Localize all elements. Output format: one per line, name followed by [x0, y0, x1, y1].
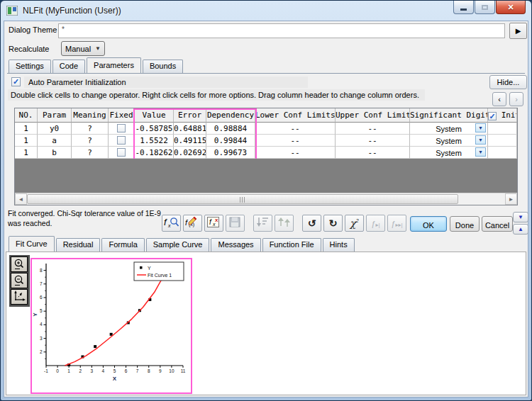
svg-text:6: 6: [125, 368, 128, 373]
tab-bounds[interactable]: Bounds: [143, 60, 183, 73]
param-cell[interactable]: 0.02692: [174, 147, 206, 159]
param-cell[interactable]: 0.49115: [174, 135, 206, 147]
tab-residual[interactable]: Residual: [56, 238, 101, 252]
dialog-theme-input[interactable]: *: [58, 23, 505, 38]
recalculate-dropdown[interactable]: Manual ▼: [61, 41, 105, 56]
hide-button[interactable]: Hide...: [489, 75, 527, 89]
sig-digits-value: System: [436, 149, 462, 157]
titlebar[interactable]: NLFit (MyFunction (User)) ✕: [1, 1, 531, 21]
tab-settings[interactable]: Settings: [9, 60, 51, 73]
auto-param-checkbox[interactable]: ✓: [11, 77, 21, 86]
initial-values-checkbox[interactable]: ✓: [488, 112, 497, 120]
undo-fit-button[interactable]: ↺: [323, 215, 343, 232]
param-cell[interactable]: b: [38, 147, 72, 159]
column-header-fixed[interactable]: Fixed: [109, 108, 135, 123]
new-function-button[interactable]: fxx: [204, 215, 223, 232]
fixed-checkbox[interactable]: [117, 148, 126, 157]
scroll-right-icon[interactable]: ►: [505, 193, 517, 205]
param-cell[interactable]: ?: [72, 123, 109, 135]
param-cell[interactable]: 0.98884: [206, 123, 255, 135]
param-cell[interactable]: --: [255, 135, 336, 147]
tab-hints[interactable]: Hints: [323, 238, 355, 252]
param-cell[interactable]: -0.58785: [135, 123, 174, 135]
tab-messages[interactable]: Messages: [211, 238, 260, 252]
param-cell[interactable]: 0.99673: [206, 147, 255, 159]
fixed-checkbox[interactable]: [117, 136, 126, 145]
fixed-checkbox-cell[interactable]: [109, 147, 135, 159]
param-cell[interactable]: 1.5522: [135, 135, 174, 147]
param-cell[interactable]: a: [38, 135, 72, 147]
param-cell[interactable]: ?: [72, 135, 109, 147]
fixed-checkbox-cell[interactable]: [109, 135, 135, 147]
roll-down-button[interactable]: ▼: [513, 212, 528, 222]
chi-sqr-icon: χ2: [350, 217, 358, 230]
close-button[interactable]: ✕: [496, 1, 526, 14]
column-header-lower-conf-limits[interactable]: Lower Conf Limits: [255, 108, 336, 123]
param-cell[interactable]: --: [336, 147, 410, 159]
column-header-param[interactable]: Param: [38, 108, 72, 123]
fit-until-converged-icon: ƒ▸▸|: [391, 217, 402, 230]
column-header-upper-conf-limits[interactable]: Upper Conf Limits: [336, 108, 410, 123]
param-cell[interactable]: --: [336, 123, 410, 135]
parameter-table-body: 1y0?-0.587850.648810.98884----System▼1a?…: [15, 123, 517, 159]
param-cell[interactable]: 1: [15, 135, 38, 147]
revert-parameters-button[interactable]: ↺: [302, 215, 321, 232]
done-button[interactable]: Done: [450, 216, 480, 232]
horizontal-scrollbar[interactable]: ◄ ►: [15, 193, 517, 205]
column-header-no-[interactable]: NO.: [15, 108, 38, 123]
significant-digits-cell[interactable]: System▼: [410, 135, 488, 147]
scroll-left-icon[interactable]: ◄: [15, 193, 27, 205]
prev-page-button[interactable]: ‹: [492, 92, 506, 106]
tab-parameters[interactable]: Parameters: [87, 57, 141, 73]
ok-button[interactable]: OK: [410, 216, 447, 232]
chevron-down-icon: ▼: [95, 45, 101, 52]
tab-code[interactable]: Code: [52, 60, 85, 73]
column-header-dependency[interactable]: Dependency: [206, 108, 255, 123]
chi-sqr-button[interactable]: χ2: [345, 215, 364, 232]
dropdown-icon[interactable]: ▼: [475, 147, 486, 157]
param-cell[interactable]: --: [336, 135, 410, 147]
parameter-table-header[interactable]: NO.ParamMeaningFixedValueErrorDependency…: [15, 108, 517, 123]
search-function-button[interactable]: fx: [162, 215, 181, 232]
maximize-icon: [482, 5, 488, 10]
param-cell[interactable]: [488, 135, 517, 147]
column-header-initi[interactable]: ✓ Initi: [488, 108, 517, 123]
param-cell[interactable]: [488, 123, 517, 135]
next-page-button[interactable]: ›: [509, 92, 523, 106]
zoom-out-button[interactable]: [11, 273, 28, 288]
param-cell[interactable]: [488, 147, 517, 159]
tab-function-file[interactable]: Function File: [262, 238, 321, 252]
theme-flyout-button[interactable]: ▶: [509, 23, 527, 39]
table-hint-text: Double click cells to change operator. R…: [8, 89, 425, 101]
significant-digits-cell[interactable]: System▼: [410, 123, 488, 135]
column-header-value[interactable]: Value: [135, 108, 174, 123]
column-header-meaning[interactable]: Meaning: [72, 108, 109, 123]
param-cell[interactable]: 1: [15, 147, 38, 159]
param-cell[interactable]: 1: [15, 123, 38, 135]
column-header-error[interactable]: Error: [174, 108, 206, 123]
param-cell[interactable]: 0.99844: [206, 135, 255, 147]
tab-fit-curve[interactable]: Fit Curve: [9, 236, 55, 252]
significant-digits-cell[interactable]: System▼: [410, 147, 488, 159]
rescale-axes-button[interactable]: [11, 289, 28, 305]
fit-curve-chart[interactable]: -1012345678910112345678XYYFit Curve 1: [31, 258, 192, 394]
column-header-significant-digits[interactable]: Significant Digits: [410, 108, 488, 123]
minimize-button[interactable]: [453, 1, 474, 14]
param-cell[interactable]: y0: [38, 123, 72, 135]
fixed-checkbox[interactable]: [117, 124, 126, 132]
param-cell[interactable]: --: [255, 123, 336, 135]
cancel-button[interactable]: Cancel: [482, 216, 513, 232]
param-cell[interactable]: ?: [72, 147, 109, 159]
tab-formula[interactable]: Formula: [101, 238, 144, 252]
roll-up-button[interactable]: ▲: [513, 224, 528, 235]
param-cell[interactable]: 0.64881: [174, 123, 206, 135]
dropdown-icon[interactable]: ▼: [475, 123, 486, 132]
param-cell[interactable]: -0.18262: [135, 147, 174, 159]
scrollbar-thumb[interactable]: [27, 194, 458, 204]
tab-sample-curve[interactable]: Sample Curve: [146, 238, 210, 252]
edit-function-button[interactable]: f(x): [183, 215, 202, 232]
dropdown-icon[interactable]: ▼: [475, 135, 486, 145]
param-cell[interactable]: --: [255, 147, 336, 159]
zoom-in-button[interactable]: [11, 256, 28, 272]
fixed-checkbox-cell[interactable]: [109, 123, 135, 135]
